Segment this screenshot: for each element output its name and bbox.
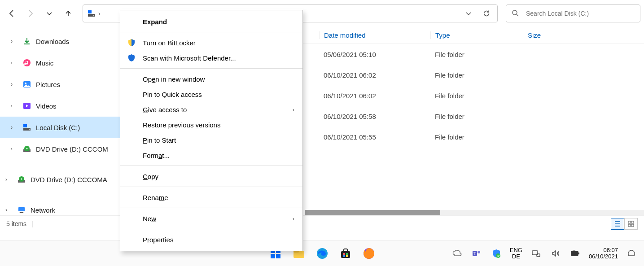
svg-rect-24 xyxy=(628,224,631,227)
sidebar-item-label: DVD Drive (D:) CCCOM xyxy=(36,145,108,153)
svg-rect-37 xyxy=(343,255,345,257)
ctx-format[interactable]: Format... xyxy=(120,148,302,163)
ctx-rename[interactable]: Rename xyxy=(120,190,302,205)
search-box[interactable] xyxy=(506,4,640,22)
sidebar-item-network[interactable]: › Network xyxy=(0,199,121,221)
chevron-right-icon: › xyxy=(11,146,18,152)
ctx-label: Scan with Microsoft Defender... xyxy=(143,54,236,62)
defender-icon xyxy=(127,54,136,62)
column-header-type[interactable]: Type xyxy=(430,31,523,39)
ctx-give-access-to[interactable]: Give access to › xyxy=(120,102,302,117)
ctx-copy[interactable]: Copy xyxy=(120,169,302,184)
ctx-label: Expand xyxy=(143,18,167,26)
sidebar-item-dvd-drive-root[interactable]: › DVD Drive (D:) CCCOMA xyxy=(0,169,121,190)
ctx-defender[interactable]: Scan with Microsoft Defender... xyxy=(120,50,302,65)
sidebar-item-dvd-drive[interactable]: › DVD Drive (D:) CCCOM xyxy=(0,138,121,160)
teams-tray-icon[interactable]: T xyxy=(470,247,483,260)
svg-point-18 xyxy=(21,179,22,180)
chevron-right-icon: › xyxy=(5,207,13,213)
security-tray-icon[interactable] xyxy=(490,247,503,260)
cell-type: File folder xyxy=(430,92,523,100)
svg-point-3 xyxy=(513,10,517,15)
address-dropdown-button[interactable] xyxy=(460,5,477,22)
sidebar-item-videos[interactable]: › Videos xyxy=(0,95,121,117)
sidebar-item-label: Downloads xyxy=(36,38,69,45)
drive-icon xyxy=(88,9,96,17)
svg-text:T: T xyxy=(473,251,476,256)
svg-point-15 xyxy=(26,148,28,149)
clock-time: 06:07 xyxy=(589,247,618,253)
drive-icon xyxy=(22,123,31,131)
notifications-tray-icon[interactable] xyxy=(625,247,638,260)
language-indicator[interactable]: ENG DE xyxy=(510,247,522,259)
sidebar-item-label: Network xyxy=(31,206,55,214)
firefox-app[interactable] xyxy=(363,247,375,260)
search-input[interactable] xyxy=(525,9,635,17)
column-header-size[interactable]: Size xyxy=(523,31,644,39)
ctx-bitlocker[interactable]: Turn on BitLocker xyxy=(120,35,302,50)
network-tray-icon[interactable] xyxy=(530,247,542,260)
ctx-label: Open in new window xyxy=(143,75,205,83)
ctx-label: New xyxy=(143,215,156,222)
sidebar-item-downloads[interactable]: › Downloads xyxy=(0,31,121,52)
svg-rect-48 xyxy=(571,251,578,256)
svg-rect-34 xyxy=(344,249,347,252)
sidebar-item-label: Music xyxy=(36,59,53,67)
column-header-date[interactable]: Date modified xyxy=(319,31,430,39)
clock-date: 06/10/2021 xyxy=(589,253,618,260)
submenu-chevron-icon: › xyxy=(293,106,294,113)
svg-rect-20 xyxy=(20,212,23,213)
item-count: 5 items xyxy=(6,220,26,227)
ctx-new[interactable]: New › xyxy=(120,211,302,226)
svg-rect-38 xyxy=(346,255,348,257)
chevron-right-icon: › xyxy=(11,38,18,44)
ctx-pin-quick-access[interactable]: Pin to Quick access xyxy=(120,87,302,102)
horizontal-scrollbar[interactable] xyxy=(305,210,644,215)
ctx-restore-versions[interactable]: Restore previous versions xyxy=(120,117,302,132)
svg-point-43 xyxy=(496,253,500,258)
svg-rect-21 xyxy=(19,213,24,213)
sidebar-item-pictures[interactable]: › Pictures xyxy=(0,74,121,95)
svg-rect-35 xyxy=(343,253,345,255)
clock[interactable]: 06:07 06/10/2021 xyxy=(589,247,618,259)
edge-app[interactable] xyxy=(316,247,329,260)
svg-rect-2 xyxy=(93,15,94,16)
context-menu: Expand Turn on BitLocker Scan with Micro… xyxy=(120,10,303,251)
ctx-expand[interactable]: Expand xyxy=(120,14,302,29)
ctx-pin-to-start[interactable]: Pin to Start xyxy=(120,132,302,148)
thumbnails-view-button[interactable] xyxy=(624,218,638,230)
svg-rect-45 xyxy=(537,254,540,257)
up-button[interactable] xyxy=(60,5,76,22)
ctx-open-new-window[interactable]: Open in new window xyxy=(120,71,302,87)
bitlocker-icon xyxy=(127,39,136,47)
power-tray-icon[interactable] xyxy=(569,247,582,260)
submenu-chevron-icon: › xyxy=(293,215,294,222)
onedrive-tray-icon[interactable] xyxy=(451,247,463,260)
back-button[interactable] xyxy=(4,5,20,22)
breadcrumb-sep-icon: › xyxy=(98,10,101,17)
sidebar-item-music[interactable]: › Music xyxy=(0,52,121,74)
svg-point-6 xyxy=(23,59,31,66)
forward-button[interactable] xyxy=(22,5,39,22)
sidebar-spacer xyxy=(0,160,121,169)
chevron-right-icon: › xyxy=(11,81,18,87)
ctx-label: Give access to xyxy=(143,106,187,113)
ctx-label: Copy xyxy=(143,173,158,180)
recent-locations-button[interactable] xyxy=(41,5,57,22)
sidebar-item-local-disk-c[interactable]: › Local Disk (C:) xyxy=(0,117,121,138)
store-app[interactable] xyxy=(339,247,352,260)
svg-rect-19 xyxy=(18,207,25,211)
refresh-button[interactable] xyxy=(478,5,495,22)
svg-rect-47 xyxy=(578,253,579,254)
lang-line1: ENG xyxy=(510,247,522,253)
svg-rect-28 xyxy=(271,254,275,258)
network-icon xyxy=(17,206,26,214)
volume-tray-icon[interactable] xyxy=(549,247,562,260)
ctx-properties[interactable]: Properties xyxy=(120,232,302,247)
scrollbar-thumb[interactable] xyxy=(305,210,440,215)
ctx-separator xyxy=(120,187,302,187)
cell-date: 06/10/2021 05:58 xyxy=(319,113,430,120)
ctx-label: Pin to Quick access xyxy=(143,91,202,98)
details-view-button[interactable] xyxy=(611,218,624,230)
svg-rect-33 xyxy=(341,251,350,258)
